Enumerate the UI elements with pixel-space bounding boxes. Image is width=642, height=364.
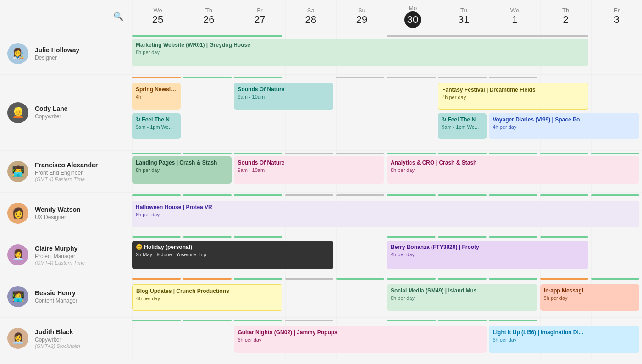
person-row-2: 👨‍💻Francisco AlexanderFront End Engineer…: [0, 151, 642, 193]
event-sub: 9am - 1pm We...: [442, 124, 483, 131]
day-cell-5-4: [336, 276, 387, 317]
person-name: Bessie Henry: [35, 289, 77, 297]
day-header-Th26: Th26: [183, 0, 234, 33]
event-1-3[interactable]: Fantasy Festival | Dreamtime Fields4h pe…: [438, 83, 588, 110]
event-title: Light It Up (LI56) | Imagination Di...: [493, 329, 636, 336]
day-label: Fr: [257, 7, 262, 14]
event-title: 😊 Holiday (personal): [136, 243, 330, 251]
person-tz: (GMT-4) Eastern Time: [35, 260, 85, 265]
day-header-Tu31: Tu31: [438, 0, 489, 33]
day-num: 29: [356, 14, 367, 26]
avatar: 👩‍💼: [7, 244, 28, 265]
event-2-2[interactable]: Analytics & CRO | Crash & Stash8h per da…: [387, 156, 639, 184]
person-name: Judith Black: [35, 328, 80, 336]
day-header-We1: We1: [489, 0, 540, 33]
person-col-0: 👩‍🎨Julie HollowayDesigner: [0, 33, 132, 74]
event-sub: 6h per day: [136, 211, 636, 218]
event-title: In-app Messagi...: [544, 287, 636, 295]
person-info: Cody LaneCopywriter: [35, 105, 68, 121]
event-title: Fantasy Festival | Dreamtime Fields: [442, 86, 584, 94]
day-num: 3: [614, 14, 620, 26]
day-label: Th: [562, 7, 569, 14]
person-info: Julie HollowayDesigner: [35, 46, 79, 62]
person-tz: (GMT+2) Stockholm: [35, 343, 80, 349]
avatar: 👩: [7, 203, 28, 224]
event-6-1[interactable]: Light It Up (LI56) | Imagination Di...6h…: [489, 326, 639, 353]
event-1-5[interactable]: Voyager Diaries (VI99) | Space Po...4h p…: [489, 113, 639, 139]
event-2-1[interactable]: Sounds Of Nature9am - 10am: [234, 156, 384, 184]
event-4-0[interactable]: 😊 Holiday (personal)25 May - 9 June | Yo…: [132, 241, 333, 269]
event-title: Sounds Of Nature: [238, 159, 381, 167]
search-section: 🔍: [0, 0, 132, 33]
event-sub: 9am - 10am: [238, 167, 381, 174]
event-4-1[interactable]: Berry Bonanza (FTY3820) | Frooty4h per d…: [387, 241, 588, 269]
avatar: 👩‍💼: [7, 328, 28, 349]
search-icon[interactable]: 🔍: [113, 11, 123, 22]
event-sub: 8h per day: [136, 49, 585, 56]
event-title: Marketing Website (WR01) | Greydog House: [136, 41, 585, 49]
event-1-2[interactable]: Sounds Of Nature9am - 10am: [234, 83, 333, 110]
event-title: Social Media (SM49) | Island Mus...: [391, 287, 534, 295]
person-info: Wendy WatsonUX Designer: [35, 205, 81, 221]
event-title: Voyager Diaries (VI99) | Space Po...: [493, 116, 636, 124]
avatar: 👨‍💻: [7, 161, 28, 182]
person-role: Designer: [35, 54, 79, 62]
event-title: Blog Updates | Crunch Productions: [136, 287, 278, 295]
event-sub: 6h per day: [136, 295, 278, 302]
day-label: Fr: [614, 7, 620, 14]
person-name: Francisco Alexander: [35, 161, 98, 169]
day-num: 25: [152, 14, 163, 26]
day-header-Fr27: Fr27: [234, 0, 285, 33]
event-3-0[interactable]: Halloween House | Protea VR6h per day: [132, 201, 639, 227]
person-row-6: 👩‍💼Judith BlackCopywriter(GMT+2) Stockho…: [0, 318, 642, 359]
person-role: UX Designer: [35, 214, 81, 221]
event-sub: 8h per day: [544, 295, 636, 302]
person-role: Project Manager: [35, 253, 85, 260]
day-header-Th2: Th2: [540, 0, 591, 33]
event-1-4[interactable]: ↻ Feel The N...9am - 1pm We...: [438, 113, 487, 139]
event-5-0[interactable]: Blog Updates | Crunch Productions6h per …: [132, 284, 282, 311]
event-1-0[interactable]: Spring Newslett...4h: [132, 83, 181, 110]
events-col-0: Marketing Website (WR01) | Greydog House…: [132, 33, 642, 74]
avatar: 👱: [7, 102, 28, 123]
event-0-0[interactable]: Marketing Website (WR01) | Greydog House…: [132, 39, 588, 66]
person-role: Copywriter: [35, 113, 68, 121]
day-cell-1-4: [336, 75, 387, 150]
event-2-0[interactable]: Landing Pages | Crash & Stash8h per day: [132, 156, 232, 184]
event-6-0[interactable]: Guitar Nights (GN02) | Jammy Popups6h pe…: [234, 326, 486, 353]
person-info: Claire MurphyProject Manager(GMT-4) East…: [35, 244, 85, 266]
person-name: Cody Lane: [35, 105, 68, 113]
event-5-2[interactable]: In-app Messagi...8h per day: [540, 284, 640, 311]
content-rows: 👩‍🎨Julie HollowayDesignerMarketing Websi…: [0, 33, 642, 364]
event-sub: 4h: [136, 94, 177, 100]
person-col-6: 👩‍💼Judith BlackCopywriter(GMT+2) Stockho…: [0, 318, 132, 359]
avatar: 👩‍🎨: [7, 43, 28, 64]
day-header-We25: We25: [132, 0, 183, 33]
event-5-1[interactable]: Social Media (SM49) | Island Mus...8h pe…: [387, 284, 537, 311]
person-col-1: 👱Cody LaneCopywriter: [0, 75, 132, 150]
events-col-5: Blog Updates | Crunch Productions6h per …: [132, 276, 642, 317]
person-info: Bessie HenryContent Manager: [35, 289, 77, 305]
day-cell-1-1: [183, 75, 234, 150]
search-input[interactable]: [8, 12, 113, 20]
event-title: Guitar Nights (GN02) | Jammy Popups: [238, 329, 482, 336]
day-label: Su: [358, 7, 365, 14]
day-num: 1: [512, 14, 517, 26]
day-header-Mo30: Mo30: [387, 0, 438, 33]
days-header: We25Th26Fr27Sa28Su29Mo30Tu31We1Th2Fr3: [132, 0, 642, 33]
event-title: Berry Bonanza (FTY3820) | Frooty: [391, 243, 585, 251]
person-col-3: 👩Wendy WatsonUX Designer: [0, 193, 132, 234]
event-sub: 6h per day: [238, 336, 482, 343]
event-1-1[interactable]: ↻ Feel The N...9am - 1pm We...: [132, 113, 181, 139]
event-sub: 9am - 10am: [238, 94, 330, 100]
event-sub: 9am - 1pm We...: [136, 124, 177, 131]
day-num: 27: [254, 14, 265, 26]
day-header-Su29: Su29: [336, 0, 387, 33]
day-cell-0-9: [591, 33, 642, 74]
person-col-4: 👩‍💼Claire MurphyProject Manager(GMT-4) E…: [0, 234, 132, 276]
day-num: 31: [458, 14, 469, 26]
person-role: Front End Engineer: [35, 169, 98, 177]
event-title: Analytics & CRO | Crash & Stash: [391, 159, 636, 167]
day-label: We: [153, 7, 162, 14]
person-role: Content Manager: [35, 297, 77, 305]
